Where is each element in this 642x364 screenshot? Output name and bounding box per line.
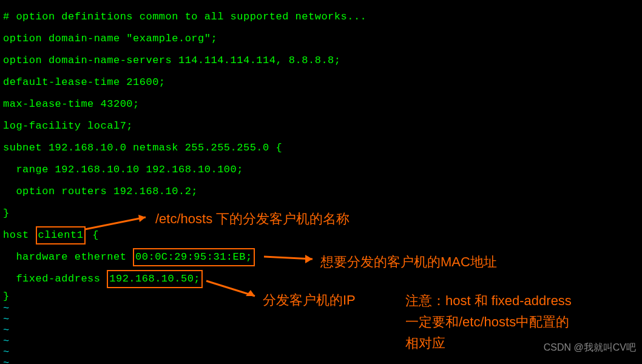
config-domain-name: option domain-name "example.org";	[3, 28, 639, 50]
config-max-lease: max-lease-time 43200;	[3, 93, 639, 115]
config-log-facility: log-facility local7;	[3, 115, 639, 137]
mac-boxed: 00:0C:29:95:31:EB;	[133, 248, 255, 266]
arrow-2-icon	[261, 252, 322, 264]
host-name-boxed: client1	[36, 226, 86, 244]
config-default-lease: default-lease-time 21600;	[3, 72, 639, 93]
config-subnet: subnet 192.168.10.0 netmask 255.255.255.…	[3, 137, 639, 159]
vim-tilde: ~	[3, 358, 639, 364]
arrow-3-icon	[203, 279, 264, 300]
annotation-note-line2: 一定要和/etc/hosts中配置的	[405, 311, 572, 332]
svg-line-0	[85, 217, 146, 229]
hw-prefix: hardware ethernet	[3, 249, 133, 265]
svg-marker-3	[305, 255, 313, 263]
host-prefix: host	[3, 228, 36, 243]
arrow-1-icon	[79, 212, 158, 231]
annotation-note-line1: 注意：host 和 fixed-address	[405, 290, 572, 311]
config-domain-servers: option domain-name-servers 114.114.114.1…	[3, 50, 639, 72]
watermark: CSDN @我就叫CV吧	[544, 340, 636, 355]
annotation-ip: 分发客户机的IP	[263, 290, 356, 310]
annotation-hosts-name: /etc/hosts 下的分发客户机的名称	[155, 209, 350, 229]
config-range: range 192.168.10.10 192.168.10.100;	[3, 159, 639, 181]
fixed-prefix: fixed-address	[3, 271, 107, 287]
config-comment: # option definitions common to all suppo…	[3, 6, 639, 28]
config-routers: option routers 192.168.10.2;	[3, 181, 639, 203]
annotation-mac: 想要分发的客户机的MAC地址	[320, 252, 497, 272]
svg-marker-1	[138, 215, 146, 222]
ip-boxed: 192.168.10.50;	[107, 270, 203, 288]
